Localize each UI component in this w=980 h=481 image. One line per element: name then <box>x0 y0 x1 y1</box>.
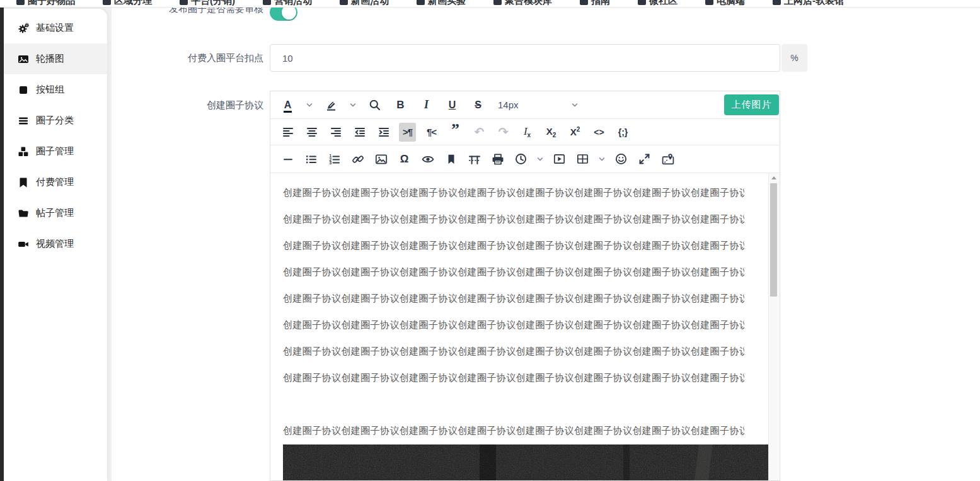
insert-table-icon <box>577 154 589 164</box>
link-icon <box>352 154 364 165</box>
unordered-list-button[interactable] <box>303 150 320 169</box>
chevron-down-icon <box>571 101 579 109</box>
font-color-chevron-icon <box>306 101 313 109</box>
editor-scrollbar[interactable] <box>768 173 779 480</box>
font-color-button[interactable]: A <box>279 96 296 115</box>
module-sidebar: 基础设置 轮播图 按钮组 圈子分类 圈子管理 付费管理 帖子管理 视频管理 <box>4 9 107 481</box>
nav-item-icon <box>263 0 271 5</box>
insert-map-button[interactable] <box>659 150 676 169</box>
inline-code-button[interactable]: <> <box>591 123 608 142</box>
rtl-paragraph-button[interactable]: ¶< <box>423 123 440 142</box>
settings-panel: 发布圈子是否需要审核 付费入圈平台扣点 % 创建圈子协议 上传图片 A <box>112 7 980 481</box>
clear-format-button[interactable]: Ix <box>519 123 536 142</box>
link-button[interactable] <box>349 150 366 169</box>
outdent-button[interactable] <box>351 123 368 142</box>
italic-button[interactable]: I <box>418 96 435 115</box>
undo-button[interactable]: ↶ <box>471 123 488 142</box>
sidebar-item-视频管理[interactable]: 视频管理 <box>4 229 107 259</box>
nav-item[interactable]: 聚合模块库 <box>493 0 552 8</box>
strikethrough-button[interactable]: S <box>470 96 487 115</box>
deduction-label: 付费入圈平台扣点 <box>137 51 263 65</box>
review-toggle[interactable] <box>270 7 297 21</box>
indent-button[interactable] <box>375 123 392 142</box>
anchor-button[interactable] <box>442 150 459 169</box>
page-break-button[interactable] <box>466 150 483 169</box>
superscript-button[interactable]: X2 <box>567 123 584 142</box>
editor-content[interactable]: 创建圈子协议创建圈子协议创建圈子协议创建圈子协议创建圈子协议创建圈子协议创建圈子… <box>270 173 780 480</box>
fullscreen-button[interactable] <box>636 150 653 169</box>
nav-item[interactable]: 区域分理 <box>103 0 152 8</box>
nav-item[interactable]: 微社区 <box>638 0 677 8</box>
sidebar-item-轮播图[interactable]: 轮播图 <box>4 43 107 74</box>
nav-item[interactable]: 电脑端 <box>705 0 745 8</box>
align-right-button[interactable] <box>327 123 344 142</box>
bookmark-icon <box>18 177 29 188</box>
nav-item[interactable]: 上网店-软装馆 <box>773 0 844 8</box>
image-icon <box>18 54 29 65</box>
topbar-items: 圈子好物品 区域分理 平台(分销) 营销活动 新画活动 新画实验 聚合模块库 指… <box>0 0 980 8</box>
editor-toolbar-row2: >¶ ¶< ” ↶ ↷ Ix X2 X2 <> {;} <box>270 119 780 145</box>
scrollbar-thumb[interactable] <box>770 183 777 297</box>
highlight-color-button[interactable] <box>323 96 340 115</box>
nav-item[interactable]: 平台(分销) <box>180 0 235 8</box>
upload-image-button[interactable]: 上传图片 <box>724 94 779 115</box>
bars-icon <box>18 115 29 127</box>
sidebar-item-圈子管理[interactable]: 圈子管理 <box>4 136 107 167</box>
insert-image-icon <box>375 154 388 165</box>
align-center-button[interactable] <box>303 123 320 142</box>
subscript-button[interactable]: X2 <box>543 123 560 142</box>
bold-button[interactable]: B <box>392 96 409 115</box>
fullscreen-icon <box>638 153 650 165</box>
ordered-list-button[interactable]: 123 <box>326 150 343 169</box>
code-block-icon: {;} <box>618 127 628 138</box>
ordered-list-icon: 123 <box>328 154 340 165</box>
sidebar-item-付费管理[interactable]: 付费管理 <box>4 167 107 198</box>
code-block-button[interactable]: {;} <box>614 123 631 142</box>
inline-code-icon: <> <box>594 127 604 138</box>
underline-button[interactable]: U <box>444 96 461 115</box>
nav-item[interactable]: 圈子好物品 <box>16 0 75 8</box>
nav-item-icon <box>16 0 25 5</box>
redo-button[interactable]: ↷ <box>495 123 512 142</box>
horizontal-rule-button[interactable] <box>279 150 296 169</box>
nav-item[interactable]: 营销活动 <box>263 0 312 8</box>
insert-table-chevron-button[interactable] <box>597 150 606 169</box>
redo-icon: ↷ <box>499 126 509 139</box>
content-image[interactable] <box>283 444 770 480</box>
ltr-paragraph-button[interactable]: >¶ <box>399 123 416 142</box>
sidebar-item-按钮组[interactable]: 按钮组 <box>4 74 107 105</box>
special-character-button[interactable]: Ω <box>396 150 413 169</box>
emoticon-button[interactable] <box>613 150 630 169</box>
font-size-select[interactable]: 14px <box>495 96 579 115</box>
insert-video-button[interactable] <box>551 150 568 169</box>
nav-item-icon <box>180 0 188 5</box>
preview-button[interactable] <box>419 150 436 169</box>
sidebar-item-圈子分类[interactable]: 圈子分类 <box>4 105 107 136</box>
insert-image-button[interactable] <box>372 150 389 169</box>
insert-time-button[interactable] <box>512 150 529 169</box>
blockquote-button[interactable]: ” <box>447 123 464 142</box>
search-button[interactable] <box>366 96 383 115</box>
nav-item-icon <box>103 0 111 5</box>
insert-time-chevron-icon <box>536 156 544 163</box>
sidebar-item-帖子管理[interactable]: 帖子管理 <box>4 198 107 229</box>
subscript-icon: X2 <box>546 126 556 139</box>
nav-item[interactable]: 新画实验 <box>417 0 466 8</box>
align-left-button[interactable] <box>279 123 296 142</box>
nav-item[interactable]: 指南 <box>580 0 610 8</box>
print-button[interactable] <box>489 150 506 169</box>
font-color-chevron-button[interactable] <box>305 96 314 115</box>
insert-table-button[interactable] <box>574 150 591 169</box>
admin-page: 圈子好物品 区域分理 平台(分销) 营销活动 新画活动 新画实验 聚合模块库 指… <box>0 0 980 481</box>
insert-time-chevron-button[interactable] <box>536 150 545 169</box>
editor-paragraph: 创建圈子协议创建圈子协议创建圈子协议创建圈子协议创建圈子协议创建圈子协议创建圈子… <box>283 344 744 358</box>
highlight-color-chevron-button[interactable] <box>349 96 357 115</box>
align-left-icon <box>282 126 294 138</box>
scrollbar-up-arrow-icon[interactable] <box>771 176 776 179</box>
insert-map-icon <box>662 153 674 165</box>
nav-item-icon <box>493 0 502 5</box>
editor-paragraph: 创建圈子协议创建圈子协议创建圈子协议创建圈子协议创建圈子协议创建圈子协议创建圈子… <box>283 212 744 225</box>
nav-item[interactable]: 新画活动 <box>340 0 389 8</box>
sidebar-item-基础设置[interactable]: 基础设置 <box>4 13 107 43</box>
deduction-input[interactable] <box>270 44 780 72</box>
